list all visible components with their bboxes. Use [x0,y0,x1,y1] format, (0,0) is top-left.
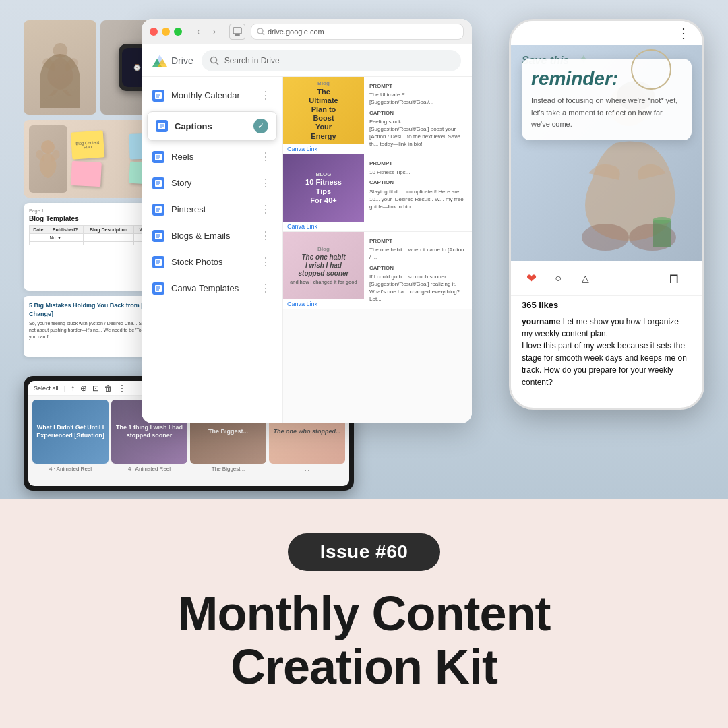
stock-photos-label: Stock Photos [171,257,253,267]
share-button[interactable]: △ [576,269,595,288]
canva-link-2[interactable]: Canva Link [283,222,364,231]
address-bar-text: drive.google.com [268,28,324,36]
comment-button[interactable]: ○ [549,269,568,288]
svg-rect-2 [233,28,241,34]
blog-meta-3: PROMPT The one habit... when it came to … [364,232,472,309]
monthly-calendar-label: Monthly Calendar [171,90,253,100]
mockup-area: ⌚ Blog Content Plan [0,0,728,499]
phone-hero-image: Save this ✦ reminder: Instead of focusin… [511,45,702,261]
blog-thumb-fitness: BLOG 10 FitnessTipsFor 40+ [283,154,364,222]
tablet-card-2-label: 4 · Animated Reel [128,466,171,472]
back-arrow[interactable]: ‹ [191,25,205,38]
svg-line-11 [216,62,218,65]
toolbar-icon-3[interactable]: ⊡ [92,384,99,393]
traffic-lights [150,28,182,36]
page-container: ⌚ Blog Content Plan [0,0,728,728]
svg-point-0 [53,43,67,58]
doc-icon-story [152,177,164,189]
phone-menu-icon[interactable]: ⋮ [677,25,692,41]
blog-preview-list: Blog TheUltimatePlan toBoostYourEnergy C… [283,77,472,309]
reminder-text: Instead of focusing on where we're *not*… [531,95,682,131]
blogs-emails-label: Blogs & Emails [171,231,253,241]
item-dots-pinterest[interactable]: ⋮ [260,203,272,216]
drive-logo: Drive [152,55,193,67]
blog-meta-1: PROMPT The Ultimate P... [Suggestion/Res… [364,77,472,154]
drive-item-captions[interactable]: Captions ✓ [147,111,277,141]
svg-point-47 [582,224,629,251]
toolbar-icon-2[interactable]: ⊕ [80,384,87,393]
drive-titlebar: ‹ › drive.google.com [142,19,472,44]
bookmark-button[interactable]: ⊓ [665,269,684,288]
drive-item-monthly-calendar[interactable]: Monthly Calendar ⋮ [142,82,282,109]
tablet-card-1[interactable]: What I Didn't Get Until I Experienced [S… [32,400,109,482]
drive-item-pinterest[interactable]: Pinterest ⋮ [142,196,282,222]
svg-point-10 [210,57,216,63]
minimize-button[interactable] [162,28,170,36]
canva-templates-label: Canva Templates [171,283,253,293]
item-dots-0[interactable]: ⋮ [260,89,272,102]
drive-item-canva-templates[interactable]: Canva Templates ⋮ [142,275,282,301]
issue-badge: Issue #60 [288,533,441,571]
meditation-image: Save this ✦ reminder: Instead of focusin… [511,45,702,261]
main-title: Monthly Content Creation Kit [178,587,551,694]
svg-rect-3 [235,34,240,36]
drive-sidebar: Monthly Calendar ⋮ Captions ✓ [142,77,283,423]
drive-search-placeholder: Search in Drive [224,56,280,65]
maximize-button[interactable] [174,28,182,36]
like-button[interactable]: ❤ [522,269,541,288]
reels-label: Reels [171,152,253,162]
item-dots-stock[interactable]: ⋮ [260,255,272,268]
svg-point-4 [257,28,263,34]
drive-item-blogs-emails[interactable]: Blogs & Emails ⋮ [142,222,282,249]
drive-item-stock-photos[interactable]: Stock Photos ⋮ [142,249,282,275]
tablet-card-3-label: The Biggest... [212,466,245,472]
toolbar-icon-5[interactable]: ⋮ [118,384,126,393]
svg-line-5 [262,33,264,35]
story-label: Story [171,178,253,188]
drive-item-reels[interactable]: Reels ⋮ [142,144,282,170]
close-button[interactable] [150,28,158,36]
canva-link-1[interactable]: Canva Link [283,144,364,154]
captions-checkmark: ✓ [253,119,268,133]
item-dots-blogs[interactable]: ⋮ [260,229,272,242]
item-dots-reels[interactable]: ⋮ [260,150,272,163]
forward-arrow[interactable]: › [208,25,221,38]
nav-arrows: ‹ › [191,25,221,38]
pinterest-label: Pinterest [171,204,253,214]
blog-preview-item-3[interactable]: Blog The one habitI wish I hadstopped so… [283,232,472,309]
tab-icon [229,24,245,40]
drive-toolbar: Drive Search in Drive [142,44,472,77]
drive-main-content: Blog TheUltimatePlan toBoostYourEnergy C… [283,77,472,423]
doc-icon-blogs-emails [152,230,164,242]
likes-count: 365 likes [511,296,702,313]
select-all-btn[interactable]: Select all [34,385,59,392]
drive-item-story[interactable]: Story ⋮ [142,170,282,196]
yoga-image [24,20,96,115]
toolbar-icon-1[interactable]: ↑ [71,384,75,393]
drive-window: ‹ › drive.google.com [142,19,472,423]
tablet-card-1-label: 4 · Animated Reel [49,466,92,472]
doc-icon-monthly-calendar [152,90,164,102]
phone-mockup: ⋮ [509,19,704,410]
blog-thumb-habit: Blog The one habitI wish I hadstopped so… [283,232,364,299]
drive-label: Drive [171,55,193,66]
captions-label: Captions [175,121,247,131]
svg-point-1 [41,140,55,154]
username: yourname [522,317,560,326]
doc-icon-captions [156,120,168,132]
doc-icon-canva-templates [152,282,164,295]
caption-body: I love this part of my week because it s… [522,341,687,387]
blog-preview-item-2[interactable]: BLOG 10 FitnessTipsFor 40+ Canva Link PR… [283,154,472,232]
item-dots-story[interactable]: ⋮ [260,177,272,189]
toolbar-icon-4[interactable]: 🗑 [104,384,113,393]
address-bar[interactable]: drive.google.com [251,24,464,40]
blog-preview-item-1[interactable]: Blog TheUltimatePlan toBoostYourEnergy C… [283,77,472,154]
drive-search[interactable]: Search in Drive [202,50,461,71]
doc-icon-reels [152,151,164,163]
item-dots-canva[interactable]: ⋮ [260,282,272,295]
blog-thumb-energy: Blog TheUltimatePlan toBoostYourEnergy [283,77,364,144]
canva-link-3[interactable]: Canva Link [283,299,364,309]
phone-notch-bar: ⋮ [511,21,702,45]
doc-icon-stock-photos [152,256,164,268]
main-title-line2: Creation Kit [231,640,497,694]
